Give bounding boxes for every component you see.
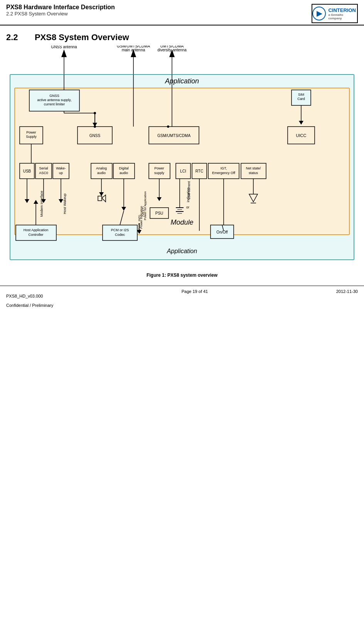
- svg-text:status: status: [249, 171, 258, 175]
- svg-text:or: or: [186, 205, 189, 209]
- svg-text:Codec: Codec: [115, 233, 125, 237]
- svg-text:Analog: Analog: [96, 166, 107, 170]
- doc-title: PXS8 Hardware Interface Description: [6, 4, 115, 11]
- section-title-area: 2.2 PXS8 System Overview: [0, 25, 364, 46]
- umts-diversity-label2: diversity antenna: [157, 48, 187, 52]
- page-header: PXS8 Hardware Interface Description 2.2 …: [0, 0, 364, 25]
- figure-caption: Figure 1: PXS8 system overview: [0, 272, 364, 278]
- svg-text:PCM or I2S: PCM or I2S: [111, 228, 129, 232]
- svg-text:On/Off: On/Off: [216, 230, 228, 234]
- footer-doc-id: PXS8_HD_v03.000: [6, 294, 53, 298]
- svg-text:LCI: LCI: [180, 169, 186, 173]
- svg-text:Supply: Supply: [26, 135, 37, 139]
- svg-text:GNSS: GNSS: [49, 94, 59, 98]
- svg-text:Wake-: Wake-: [56, 166, 66, 170]
- gnss-antenna-label: GNSS antenna: [51, 46, 77, 49]
- svg-text:RTC: RTC: [195, 169, 203, 173]
- svg-text:GNSS: GNSS: [89, 134, 101, 138]
- page-footer: PXS8_HD_v03.000 Confidential / Prelimina…: [0, 286, 364, 315]
- svg-text:Digital: Digital: [119, 166, 128, 170]
- section-number: 2.2: [6, 32, 18, 42]
- svg-text:audio: audio: [120, 171, 128, 175]
- svg-text:PSU: PSU: [155, 211, 163, 215]
- system-overview-diagram: GNSS antenna GSM/UMTS/CDMA main antenna …: [6, 46, 358, 269]
- diagram-area: GNSS antenna GSM/UMTS/CDMA main antenna …: [0, 46, 364, 269]
- modem-interface-label: Modem Interface: [40, 191, 44, 217]
- svg-text:active antenna supply,: active antenna supply,: [37, 98, 72, 102]
- footer-confidential: Confidential / Preliminary: [6, 303, 53, 308]
- svg-text:UICC: UICC: [296, 133, 307, 138]
- module-label: Module: [170, 218, 193, 226]
- svg-text:supply: supply: [154, 171, 165, 175]
- svg-point-88: [167, 125, 169, 128]
- footer-date: 2012-11-30: [336, 289, 358, 312]
- figure-caption-text: Figure 1: PXS8 system overview: [147, 272, 217, 278]
- svg-text:Power: Power: [154, 166, 164, 170]
- footer-center: Page 19 of 41: [182, 289, 208, 312]
- company-logo: ▶ CINTERION a Gemalto company: [312, 4, 358, 23]
- doc-subtitle: 2.2 PXS8 System Overview: [6, 11, 115, 17]
- svg-marker-1: [61, 49, 67, 57]
- svg-text:Controller: Controller: [28, 233, 43, 237]
- logo-sub: a Gemalto company: [328, 13, 357, 20]
- application-label-bottom: Application: [167, 248, 197, 254]
- footer-left: PXS8_HD_v03.000 Confidential / Prelimina…: [6, 289, 53, 312]
- host-wakeup-label: Host Wakeup: [63, 193, 67, 214]
- svg-text:IGT,: IGT,: [221, 166, 227, 170]
- gsm-main-antenna-label2: main antenna: [122, 48, 145, 52]
- svg-text:SIM: SIM: [298, 93, 304, 96]
- svg-text:GSM/UMTS/CDMA: GSM/UMTS/CDMA: [157, 134, 190, 138]
- section-title: PXS8 System Overview: [35, 32, 129, 42]
- svg-text:Card: Card: [297, 97, 305, 101]
- svg-text:Serial: Serial: [39, 166, 48, 170]
- svg-text:up: up: [59, 171, 63, 175]
- svg-text:Host Application: Host Application: [24, 228, 49, 232]
- header-left: PXS8 Hardware Interface Description 2.2 …: [6, 4, 115, 17]
- logo-text: CINTERION: [328, 7, 357, 13]
- svg-text:Power: Power: [26, 130, 36, 134]
- svg-point-86: [94, 125, 96, 128]
- svg-text:audio: audio: [97, 171, 106, 175]
- svg-text:Emergency Off: Emergency Off: [212, 171, 235, 175]
- svg-text:Net state/: Net state/: [246, 166, 261, 170]
- svg-text:current limiter: current limiter: [44, 102, 65, 106]
- svg-text:indication: indication: [186, 188, 190, 202]
- application-label-top: Application: [165, 77, 199, 85]
- svg-text:USB: USB: [23, 169, 31, 173]
- svg-text:ASC0: ASC0: [39, 171, 48, 175]
